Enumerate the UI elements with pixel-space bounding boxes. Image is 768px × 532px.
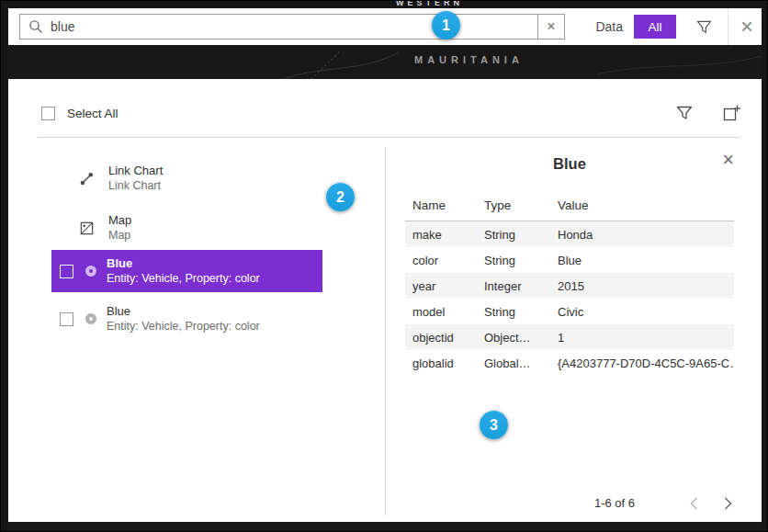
add-item-icon[interactable] [722,104,741,123]
table-row: year Integer 2015 [405,273,734,299]
entity-ring-icon [85,313,96,324]
table-row: objectid Object… 1 [405,324,734,350]
cell-type: Object… [477,324,550,350]
result-item-map[interactable]: Map Map [78,208,317,248]
column-header-name: Name [405,193,477,221]
table-row: color String Blue [405,247,734,273]
select-all-label: Select All [67,107,119,120]
select-all-checkbox[interactable] [41,107,55,120]
cell-type: Integer [477,273,550,299]
link-chart-icon [78,171,95,187]
search-bar-controls: Data All × [595,8,762,45]
result-checkbox[interactable] [60,265,73,278]
pagination: 1-6 of 6 [594,496,732,510]
results-filter-button[interactable] [676,105,693,121]
cell-type: String [477,247,550,273]
cell-value: 1 [550,324,734,350]
table-header-row: Name Type Value [405,193,734,221]
close-detail-button[interactable]: × [722,150,734,170]
result-item-blue-selected[interactable]: Blue Entity: Vehicle, Property: color [51,250,322,292]
map-icon [78,221,95,236]
panel-divider [385,147,386,515]
properties-table: Name Type Value make String Honda color … [405,193,734,376]
result-title: Blue [107,256,260,271]
cell-type: String [477,299,550,324]
table-row: globalid Global… {A4203777-D70D-4C5C-9A6… [405,350,734,376]
result-item-blue[interactable]: Blue Entity: Vehicle, Property: color [51,298,322,340]
callout-badge-2: 2 [326,183,355,211]
result-title: Map [108,213,131,228]
map-border-lines [8,45,762,79]
search-results-panel: Select All Link Chart Link Chart [8,79,762,522]
result-subtitle: Entity: Vehicle, Property: color [107,271,260,286]
clear-search-button[interactable]: × [537,14,565,40]
cell-name: model [405,299,477,324]
map-label-mauritania: MAURITANIA [414,54,524,65]
callout-badge-1: 1 [432,11,460,40]
cell-value: Honda [550,221,734,248]
page-range-label: 1-6 of 6 [594,496,635,510]
column-header-type: Type [477,193,550,221]
table-row: make String Honda [405,221,734,248]
results-toolbar: Select All [41,103,741,123]
map-background: MAURITANIA [8,45,762,79]
toolbar-divider [38,137,740,138]
result-subtitle: Entity: Vehicle, Property: color [107,319,260,334]
result-title: Link Chart [108,164,163,178]
column-header-value: Value [550,193,734,221]
app-window: WESTERN × Data All × MAURITANIA [0,0,768,532]
result-item-link-chart[interactable]: Link Chart Link Chart [78,158,317,198]
cell-name: make [405,221,477,248]
result-subtitle: Map [108,228,131,243]
next-page-button[interactable] [698,497,732,510]
close-search-button[interactable]: × [740,16,753,38]
cell-name: objectid [405,324,477,350]
entity-ring-icon [85,266,96,277]
detail-header: Blue × [405,147,734,180]
cell-name: year [405,273,477,299]
data-label: Data [595,19,623,34]
cell-value: Blue [550,247,734,273]
vertical-separator [728,8,728,45]
cell-value: Civic [550,299,734,324]
callout-badge-3: 3 [480,411,508,439]
search-icon [28,19,43,34]
table-row: model String Civic [405,299,734,324]
result-subtitle: Link Chart [108,178,163,193]
chevron-right-icon [724,497,732,510]
map-background-bottom [8,522,762,532]
filter-button[interactable] [696,19,712,35]
cell-name: globalid [405,350,477,376]
search-field [19,14,538,40]
all-filter-button[interactable]: All [634,15,676,39]
detail-panel: Blue × Name Type Value make String H [405,147,734,515]
search-bar: × Data All × [8,8,762,45]
result-title: Blue [107,304,260,319]
detail-title: Blue [553,155,586,172]
result-checkbox[interactable] [60,312,73,326]
cell-type: String [477,221,550,248]
cell-type: Global… [477,350,550,376]
cell-value: 2015 [550,273,734,299]
cell-value: {A4203777-D70D-4C5C-9A65-C… [550,350,734,376]
prev-page-button[interactable] [664,497,698,510]
map-label-top: WESTERN [396,0,463,7]
cell-name: color [405,247,477,273]
search-input[interactable] [51,16,537,38]
chevron-left-icon [690,497,698,510]
